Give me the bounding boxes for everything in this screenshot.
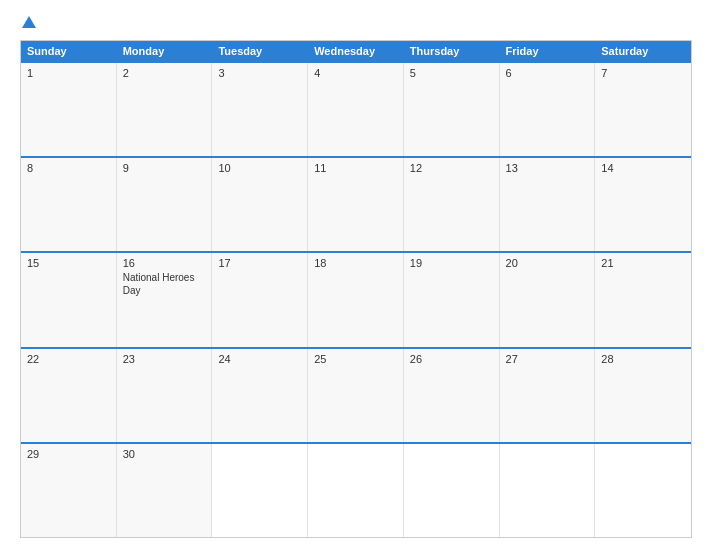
- day-number: 12: [410, 162, 493, 174]
- cal-cell: 15: [21, 253, 117, 346]
- day-number: 14: [601, 162, 685, 174]
- cal-cell: 14: [595, 158, 691, 251]
- day-number: 22: [27, 353, 110, 365]
- cal-event: National Heroes Day: [123, 271, 206, 297]
- day-number: 6: [506, 67, 589, 79]
- cal-cell: 26: [404, 349, 500, 442]
- cal-cell: 4: [308, 63, 404, 156]
- cal-cell: 29: [21, 444, 117, 537]
- cal-cell: 10: [212, 158, 308, 251]
- day-number: 20: [506, 257, 589, 269]
- cal-cell: [404, 444, 500, 537]
- cal-header-wednesday: Wednesday: [308, 41, 404, 61]
- cal-cell: [500, 444, 596, 537]
- cal-cell: 13: [500, 158, 596, 251]
- cal-cell: 8: [21, 158, 117, 251]
- cal-cell: [595, 444, 691, 537]
- logo: [20, 16, 36, 30]
- cal-cell: 9: [117, 158, 213, 251]
- cal-cell: 19: [404, 253, 500, 346]
- cal-cell: 1: [21, 63, 117, 156]
- cal-header-saturday: Saturday: [595, 41, 691, 61]
- day-number: 15: [27, 257, 110, 269]
- cal-week-2: 891011121314: [21, 156, 691, 251]
- cal-cell: 12: [404, 158, 500, 251]
- cal-cell: 30: [117, 444, 213, 537]
- day-number: 30: [123, 448, 206, 460]
- day-number: 4: [314, 67, 397, 79]
- cal-cell: 7: [595, 63, 691, 156]
- day-number: 3: [218, 67, 301, 79]
- day-number: 13: [506, 162, 589, 174]
- cal-cell: 5: [404, 63, 500, 156]
- day-number: 24: [218, 353, 301, 365]
- cal-header-monday: Monday: [117, 41, 213, 61]
- cal-cell: 6: [500, 63, 596, 156]
- cal-cell: 2: [117, 63, 213, 156]
- cal-week-5: 2930: [21, 442, 691, 537]
- logo-row1: [20, 16, 36, 30]
- day-number: 10: [218, 162, 301, 174]
- logo-triangle-icon: [22, 16, 36, 28]
- cal-cell: 16National Heroes Day: [117, 253, 213, 346]
- cal-cell: 18: [308, 253, 404, 346]
- header: [20, 16, 692, 30]
- day-number: 23: [123, 353, 206, 365]
- cal-cell: [212, 444, 308, 537]
- cal-week-4: 22232425262728: [21, 347, 691, 442]
- cal-cell: 23: [117, 349, 213, 442]
- day-number: 29: [27, 448, 110, 460]
- day-number: 19: [410, 257, 493, 269]
- day-number: 16: [123, 257, 206, 269]
- cal-cell: 25: [308, 349, 404, 442]
- cal-cell: 3: [212, 63, 308, 156]
- cal-header-sunday: Sunday: [21, 41, 117, 61]
- cal-cell: 20: [500, 253, 596, 346]
- day-number: 7: [601, 67, 685, 79]
- cal-header-thursday: Thursday: [404, 41, 500, 61]
- cal-cell: 27: [500, 349, 596, 442]
- logo-stack: [20, 16, 36, 30]
- day-number: 18: [314, 257, 397, 269]
- calendar-body: 12345678910111213141516National Heroes D…: [21, 61, 691, 537]
- day-number: 11: [314, 162, 397, 174]
- day-number: 5: [410, 67, 493, 79]
- day-number: 28: [601, 353, 685, 365]
- cal-header-tuesday: Tuesday: [212, 41, 308, 61]
- calendar-grid: SundayMondayTuesdayWednesdayThursdayFrid…: [20, 40, 692, 538]
- cal-cell: 22: [21, 349, 117, 442]
- calendar-page: SundayMondayTuesdayWednesdayThursdayFrid…: [0, 0, 712, 550]
- cal-cell: 17: [212, 253, 308, 346]
- day-number: 1: [27, 67, 110, 79]
- day-number: 8: [27, 162, 110, 174]
- cal-cell: [308, 444, 404, 537]
- cal-cell: 11: [308, 158, 404, 251]
- cal-cell: 21: [595, 253, 691, 346]
- cal-cell: 24: [212, 349, 308, 442]
- day-number: 9: [123, 162, 206, 174]
- cal-header-friday: Friday: [500, 41, 596, 61]
- day-number: 21: [601, 257, 685, 269]
- day-number: 26: [410, 353, 493, 365]
- day-number: 17: [218, 257, 301, 269]
- cal-week-1: 1234567: [21, 61, 691, 156]
- day-number: 25: [314, 353, 397, 365]
- cal-cell: 28: [595, 349, 691, 442]
- cal-week-3: 1516National Heroes Day1718192021: [21, 251, 691, 346]
- calendar-header-row: SundayMondayTuesdayWednesdayThursdayFrid…: [21, 41, 691, 61]
- day-number: 2: [123, 67, 206, 79]
- day-number: 27: [506, 353, 589, 365]
